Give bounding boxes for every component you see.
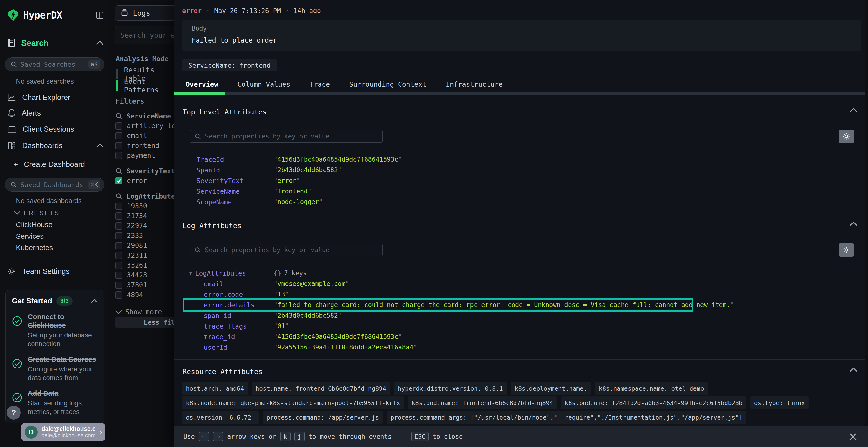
resource-attribute-chip[interactable]: process.command: /app/server.js [262, 411, 383, 424]
filter-option[interactable]: payment [115, 150, 174, 161]
filter-option[interactable]: email [115, 131, 174, 141]
checkbox[interactable] [115, 203, 123, 210]
checkbox[interactable] [115, 142, 123, 149]
attribute-row[interactable]: SpanId"2b43d0c4dd6bc582" [182, 165, 861, 175]
preset-item-clickhouse[interactable]: ClickHouse [16, 220, 53, 229]
presets-toggle[interactable]: PRESETS [14, 209, 60, 217]
j-key[interactable]: j [294, 432, 305, 442]
sidebar-item-alerts[interactable]: Alerts [7, 108, 103, 119]
attribute-row[interactable]: TraceId"4156d3fbc40a64854d9dc7f68641593c… [182, 154, 861, 165]
attribute-row[interactable]: SeverityText"error" [182, 175, 861, 186]
filter-option[interactable]: 34423 [115, 270, 174, 280]
chevron-up-icon[interactable] [850, 368, 858, 372]
resource-attribute-chip[interactable]: k8s.node.name: gke-pme-k8s-standard-main… [182, 397, 404, 409]
k-key[interactable]: k [280, 432, 290, 442]
settings-button[interactable] [839, 243, 854, 257]
preset-item-kubernetes[interactable]: Kubernetes [16, 243, 53, 252]
saved-dashboards-input[interactable]: Saved Dashboards ⌘K [5, 178, 104, 192]
top-level-search-input[interactable]: Search properties by key or value [190, 130, 383, 143]
checkbox[interactable] [115, 291, 123, 299]
tab-surrounding-context[interactable]: Surrounding Context [349, 80, 426, 89]
tab-overview[interactable]: Overview [186, 80, 218, 89]
get-started-item[interactable]: Connect to ClickHouseSet up your databas… [12, 312, 98, 348]
checkbox[interactable] [115, 281, 123, 289]
tab-trace[interactable]: Trace [310, 80, 330, 89]
filter-option[interactable]: 37801 [115, 280, 174, 290]
checkbox[interactable] [115, 272, 123, 279]
arrow-right-key[interactable]: → [213, 432, 223, 442]
checkbox[interactable] [115, 262, 123, 269]
arrow-left-key[interactable]: ← [199, 432, 209, 442]
settings-button[interactable] [839, 130, 854, 143]
highlighted-attribute-row[interactable]: error.details"failed to charge card: cou… [182, 300, 861, 310]
resource-attribute-chip[interactable]: host.name: frontend-6b6c8d7bfd-ng894 [252, 382, 390, 395]
scrollbar[interactable] [865, 0, 868, 426]
sidebar-item-team-settings[interactable]: Team Settings [7, 266, 103, 277]
log-attributes-search-input[interactable]: Search properties by key or value [190, 244, 383, 256]
resource-attribute-chip[interactable]: k8s.pod.name: frontend-6b6c8d7bfd-ng894 [408, 397, 557, 409]
event-search-input[interactable]: Search your ev [115, 26, 174, 44]
resource-attribute-chip[interactable]: os.type: linux [750, 397, 809, 409]
checkbox[interactable] [115, 122, 123, 130]
filter-group-header[interactable]: ServiceName [115, 111, 174, 121]
mode-event-patterns[interactable]: Event Patterns [117, 80, 174, 91]
resource-attribute-chip[interactable]: os.version: 6.6.72+ [182, 411, 259, 424]
checkbox[interactable] [115, 242, 123, 249]
attribute-row[interactable]: userId"92a55156-39a4-11f0-8ddd-a2eca416a… [182, 342, 861, 353]
filter-group-header[interactable]: LogAttributes [115, 192, 174, 201]
filter-option[interactable]: 4894 [115, 290, 174, 300]
attribute-row[interactable]: email"vmoses@example.com" [182, 278, 861, 289]
get-started-header[interactable]: Get Started 3/3 [12, 296, 98, 306]
get-started-item[interactable]: Create Data SourcesConfigure where your … [12, 355, 98, 382]
checkbox[interactable] [115, 212, 123, 220]
help-button[interactable]: ? [7, 406, 21, 419]
filter-option[interactable]: artillery-loa [115, 121, 174, 131]
attribute-row[interactable]: trace_id"4156d3fbc40a64854d9dc7f68641593… [182, 332, 861, 342]
create-dashboard-button[interactable]: + Create Dashboard [13, 159, 103, 170]
tab-infrastructure[interactable]: Infrastructure [446, 80, 503, 89]
less-filters-button[interactable]: Less fil [115, 317, 174, 328]
close-icon[interactable] [848, 431, 858, 442]
resource-attribute-chip[interactable]: hyperdx.distro.version: 0.8.1 [394, 382, 507, 395]
attribute-row[interactable]: trace_flags"01" [182, 321, 861, 332]
chevron-up-icon[interactable] [850, 221, 858, 226]
resource-attribute-chip[interactable]: host.arch: amd64 [182, 382, 248, 395]
checkbox[interactable] [115, 152, 123, 159]
filter-option[interactable]: 2333 [115, 231, 174, 241]
checkbox[interactable] [115, 222, 123, 230]
checkbox[interactable] [115, 132, 123, 139]
resource-attribute-chip[interactable]: k8s.pod.uid: f284fb2d-a0b3-4634-991b-e2c… [561, 397, 746, 409]
service-name-chip[interactable]: ServiceName: frontend [182, 59, 277, 71]
user-menu[interactable]: D dale@clickhouse.com dale@clickhouse.co… [21, 423, 105, 441]
filter-option[interactable]: 32311 [115, 250, 174, 260]
resource-attribute-chip[interactable]: process.command args: ["/usr/local/bin/n… [387, 411, 746, 424]
chevron-up-icon[interactable] [97, 144, 103, 148]
attribute-row[interactable]: ScopeName"node-logger" [182, 197, 861, 207]
sidebar-item-client-sessions[interactable]: Client Sessions [7, 124, 103, 135]
tab-column-values[interactable]: Column Values [238, 80, 290, 89]
caret-down-icon[interactable]: ▾ [189, 270, 192, 276]
filter-option[interactable]: error [115, 176, 174, 186]
chevron-up-icon[interactable] [91, 299, 98, 303]
checkbox[interactable] [115, 252, 123, 259]
chevron-up-icon[interactable] [96, 41, 103, 45]
attribute-tree-root[interactable]: ▾LogAttributes{}7 keys [182, 268, 861, 278]
filter-option[interactable]: 19350 [115, 201, 174, 211]
checkbox[interactable] [115, 232, 123, 239]
sidebar-item-chart-explorer[interactable]: Chart Explorer [7, 92, 103, 103]
filter-option[interactable]: 33261 [115, 260, 174, 270]
filter-group-header[interactable]: SeverityText [115, 166, 174, 176]
chevron-up-icon[interactable] [850, 108, 858, 112]
sidebar-collapse-icon[interactable] [95, 11, 104, 19]
source-select[interactable]: Logs [115, 5, 174, 21]
filter-option[interactable]: 29081 [115, 241, 174, 250]
attribute-row[interactable]: ServiceName"frontend" [182, 186, 861, 197]
checkbox[interactable] [115, 177, 123, 184]
show-more-toggle[interactable]: Show more [115, 307, 174, 317]
preset-item-services[interactable]: Services [16, 232, 44, 240]
resource-attribute-chip[interactable]: k8s.deployment.name: [511, 382, 591, 395]
filter-option[interactable]: 21734 [115, 211, 174, 221]
esc-key[interactable]: ESC [411, 432, 429, 442]
saved-searches-input[interactable]: Saved Searches ⌘K [5, 57, 104, 71]
get-started-item[interactable]: Add DataStart sending logs, metrics, or … [12, 389, 98, 416]
